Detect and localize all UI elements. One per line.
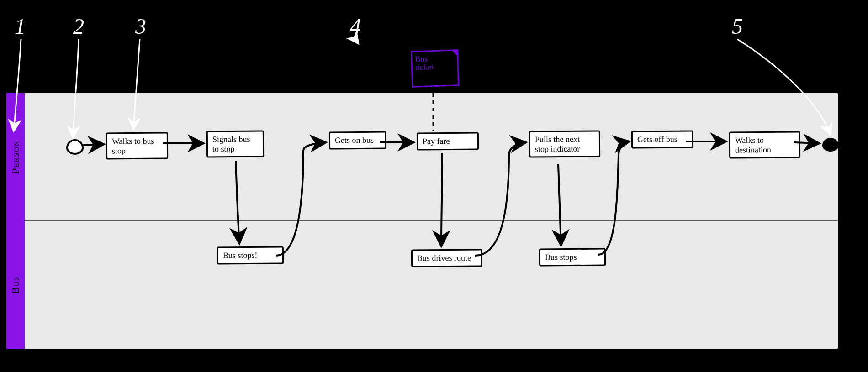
lane-divider: [25, 220, 838, 221]
paper-fold-icon: [451, 49, 459, 57]
task-bus-stops-2: Bus stops: [539, 248, 606, 266]
task-bus-drives-route: Bus drives route: [411, 249, 482, 267]
task-walk-destination: Walks to destination: [729, 131, 800, 158]
artifact-bus-ticket: Bus ticket: [411, 49, 460, 88]
task-signal-bus: Signals bus to stop: [206, 131, 264, 158]
task-pay-fare: Pay fare: [417, 132, 479, 151]
task-bus-stops-1: Bus stops!: [217, 246, 284, 264]
task-walk-to-stop: Walks to bus stop: [106, 132, 168, 160]
annotation-1: 1: [15, 14, 26, 39]
task-pull-indicator: Pulls the next stop indicator: [529, 130, 600, 157]
diagram-stage: 1 2 3 4 5 Bus ticket Person Bus Walks to…: [0, 0, 868, 372]
lane-header-bus: Bus: [6, 221, 25, 349]
lane-header-person: Person: [6, 93, 25, 221]
end-event: [822, 138, 839, 152]
lane-label-bus: Bus: [10, 276, 21, 294]
lane-label-person: Person: [10, 140, 21, 173]
swimlane-pool: Person Bus: [5, 91, 840, 351]
annotation-4: 4: [350, 14, 361, 39]
artifact-label-line2: ticket: [415, 62, 455, 72]
annotation-3: 3: [135, 14, 146, 39]
task-gets-on-bus: Gets on bus: [329, 131, 386, 150]
annotation-5: 5: [732, 14, 743, 39]
annotation-2: 2: [73, 14, 84, 39]
start-event: [66, 139, 84, 155]
task-gets-off-bus: Gets off bus: [631, 131, 693, 149]
